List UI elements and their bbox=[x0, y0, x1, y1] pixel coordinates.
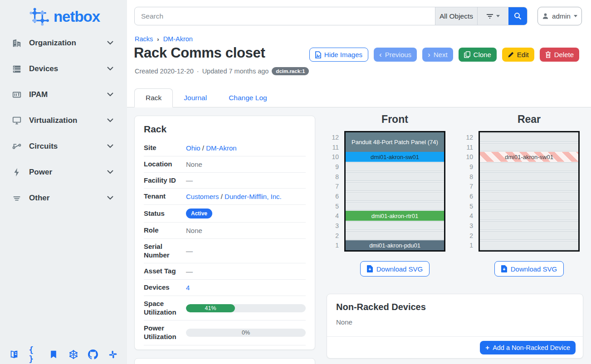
global-search: All Objects bbox=[134, 7, 528, 25]
rack-unit-slot[interactable] bbox=[480, 202, 578, 211]
unit-number: 11 bbox=[325, 142, 340, 152]
rack-unit-slot[interactable] bbox=[480, 241, 578, 250]
next-button[interactable]: › Next bbox=[422, 48, 453, 62]
rack-unit-slot[interactable] bbox=[346, 231, 444, 240]
rack-details-card: Rack Site Ohio / DM-Akron Location None … bbox=[134, 116, 315, 350]
graphql-icon[interactable] bbox=[68, 349, 78, 359]
rack-unit-slot[interactable] bbox=[346, 182, 444, 191]
table-row-serial-number: Serial Number — bbox=[144, 239, 306, 264]
rack-unit-slot[interactable] bbox=[346, 192, 444, 201]
tenant-link[interactable]: Dunder-Mifflin, Inc. bbox=[225, 193, 282, 200]
table-row-asset-tag: Asset Tag — bbox=[144, 263, 306, 280]
delete-button[interactable]: Delete bbox=[540, 48, 579, 62]
sidebar-item-label: Circuits bbox=[29, 142, 58, 151]
code-braces-icon[interactable]: { } bbox=[29, 349, 39, 359]
row-value: — bbox=[186, 176, 306, 184]
search-filter-button[interactable] bbox=[477, 7, 508, 25]
rack-device[interactable]: Panduit 48-Port Patch Panel (74) bbox=[346, 132, 444, 152]
site-link[interactable]: DM-Akron bbox=[206, 144, 237, 152]
space-utilization-value: 41% bbox=[205, 305, 216, 311]
sidebar-footer: { } bbox=[0, 349, 127, 359]
rack-unit-slot[interactable] bbox=[480, 231, 578, 240]
rack-unit-slot[interactable] bbox=[480, 211, 578, 220]
clone-label: Clone bbox=[474, 51, 491, 58]
previous-button[interactable]: ‹ Previous bbox=[374, 48, 417, 62]
image-file-icon bbox=[315, 51, 321, 58]
site-region-link[interactable]: Ohio bbox=[186, 144, 200, 152]
rack-unit-slot[interactable] bbox=[346, 172, 444, 181]
rack-unit-slot[interactable] bbox=[346, 221, 444, 230]
unit-number: 8 bbox=[459, 172, 474, 182]
sidebar-item-power[interactable]: Power bbox=[12, 164, 113, 180]
rack-device[interactable]: dmi01-akron-sw01 bbox=[346, 152, 444, 162]
netbox-logo[interactable]: netbox bbox=[0, 0, 127, 29]
value-separator: / bbox=[202, 144, 204, 152]
chevron-right-icon: › bbox=[428, 51, 430, 58]
search-scope-button[interactable]: All Objects bbox=[435, 7, 477, 25]
rear-unit-numbers: 121110987654321 bbox=[459, 132, 474, 250]
sidebar-item-devices[interactable]: Devices bbox=[12, 60, 113, 77]
rack-unit-slot[interactable] bbox=[480, 162, 578, 171]
menu-lines-icon bbox=[12, 193, 22, 203]
sidebar-item-label: IPAM bbox=[29, 90, 48, 99]
rack-unit-slot[interactable] bbox=[480, 221, 578, 230]
sidebar-item-ipam[interactable]: IPAM bbox=[12, 86, 113, 103]
transit-connection-icon bbox=[12, 141, 22, 151]
rack-unit-slot[interactable] bbox=[346, 162, 444, 171]
netbox-logo-text: netbox bbox=[54, 8, 100, 25]
slack-icon[interactable] bbox=[108, 349, 118, 359]
status-badge: Active bbox=[186, 209, 212, 218]
bookmark-icon[interactable] bbox=[49, 349, 59, 359]
unit-number: 11 bbox=[459, 142, 474, 152]
sidebar-item-label: Organization bbox=[29, 39, 76, 48]
clone-button[interactable]: Clone bbox=[459, 48, 497, 62]
non-racked-footer: + Add a Non-Racked Device bbox=[327, 336, 583, 358]
person-icon bbox=[542, 13, 549, 19]
sidebar-item-virtualization[interactable]: Virtualization bbox=[12, 112, 113, 129]
tab-change-log[interactable]: Change Log bbox=[218, 88, 278, 107]
rack-unit-slot[interactable] bbox=[480, 133, 578, 142]
rack-unit-slot[interactable] bbox=[480, 143, 578, 152]
space-utilization-fill: 41% bbox=[186, 304, 235, 312]
edit-button[interactable]: Edit bbox=[502, 48, 534, 62]
table-row-role: Role None bbox=[144, 223, 306, 239]
object-id-badge: dcim.rack:1 bbox=[272, 67, 309, 75]
sidebar-item-organization[interactable]: Organization bbox=[12, 34, 113, 51]
rack-unit-slot[interactable] bbox=[480, 172, 578, 181]
rack-unit-slot[interactable] bbox=[480, 182, 578, 191]
unit-number: 8 bbox=[325, 172, 340, 182]
tenant-group-link[interactable]: Customers bbox=[186, 193, 219, 200]
docs-book-icon[interactable] bbox=[9, 349, 19, 359]
breadcrumb-link-racks[interactable]: Racks bbox=[135, 35, 153, 43]
device-count-link[interactable]: 4 bbox=[186, 284, 190, 291]
table-row-location: Location None bbox=[144, 156, 306, 173]
row-label: Status bbox=[144, 209, 186, 218]
hide-images-button[interactable]: Hide Images bbox=[309, 48, 368, 62]
rack-unit-slot[interactable] bbox=[346, 202, 444, 211]
rack-device[interactable]: dmi01-akron-pdu01 bbox=[346, 240, 444, 250]
download-file-icon bbox=[501, 265, 507, 272]
monitor-icon bbox=[12, 116, 22, 126]
rack-device[interactable]: dmi01-akron-sw01 bbox=[480, 152, 578, 162]
server-icon bbox=[12, 64, 22, 74]
add-non-racked-device-button[interactable]: + Add a Non-Racked Device bbox=[480, 341, 576, 354]
sidebar-item-other[interactable]: Other bbox=[12, 189, 113, 206]
sidebar-item-circuits[interactable]: Circuits bbox=[12, 138, 113, 155]
search-submit-button[interactable] bbox=[508, 7, 527, 25]
rear-download-svg-button[interactable]: Download SVG bbox=[494, 261, 564, 277]
tab-journal[interactable]: Journal bbox=[173, 88, 218, 107]
unit-number: 10 bbox=[325, 152, 340, 162]
rack-unit-slot[interactable] bbox=[480, 192, 578, 201]
lightning-bolt-icon bbox=[12, 167, 22, 177]
front-download-svg-button[interactable]: Download SVG bbox=[360, 261, 430, 277]
table-row-power-utilization: Power Utilization 0% bbox=[144, 320, 306, 345]
tab-rack[interactable]: Rack bbox=[134, 88, 173, 107]
search-input[interactable] bbox=[135, 7, 435, 25]
unit-number: 4 bbox=[459, 211, 474, 221]
breadcrumb-link-site[interactable]: DM-Akron bbox=[163, 35, 193, 43]
user-menu-button[interactable]: admin bbox=[537, 7, 582, 25]
download-label: Download SVG bbox=[511, 265, 557, 273]
unit-number: 7 bbox=[325, 181, 340, 191]
rack-device[interactable]: dmi01-akron-rtr01 bbox=[346, 211, 444, 221]
github-icon[interactable] bbox=[88, 349, 98, 359]
